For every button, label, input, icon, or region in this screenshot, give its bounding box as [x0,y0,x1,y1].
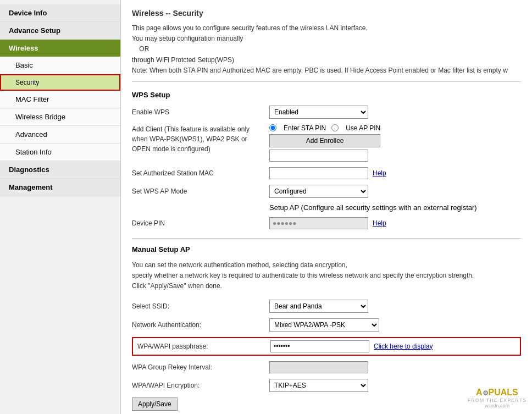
enable-wps-row: Enable WPS Enabled Disabled [132,106,521,119]
select-ssid-control: Bear and Panda [269,300,521,313]
wpa-group-rekey-label: WPA Group Rekey Interval: [132,363,269,371]
watermark-tagline: FROM THE EXPERTS [468,398,527,403]
device-pin-label: Device PIN [132,219,269,227]
network-auth-control: Mixed WPA2/WPA -PSK [269,318,521,332]
manual-setup-description: You can set the network authentication m… [132,260,521,292]
setup-ap-label: Setup AP (Configure all security setting… [269,203,477,212]
sidebar-item-station-info[interactable]: Station Info [0,143,120,161]
passphrase-container: WPA/WAPI passphrase: Click here to displ… [132,337,521,356]
wpa-passphrase-input[interactable] [270,340,369,352]
wps-ap-mode-control: Configured Unconfigured [269,185,521,198]
watermark: A⚙PUALS FROM THE EXPERTS wsxdn.com [468,388,527,409]
network-auth-label: Network Authentication: [132,321,269,329]
authorized-mac-label: Set Authorized Station MAC [132,169,269,177]
page-title: Wireless -- Security [132,9,521,18]
device-pin-control: Help [269,217,521,229]
enter-sta-pin-label: Enter STA PIN [284,124,326,132]
network-auth-select[interactable]: Mixed WPA2/WPA -PSK [269,318,379,332]
sidebar-item-device-info[interactable]: Device Info [0,4,120,22]
add-client-label: Add Client (This feature is available on… [132,124,269,154]
help-link-1[interactable]: Help [373,169,386,177]
enter-sta-pin-radio[interactable] [269,124,276,131]
section-divider [132,238,521,239]
apply-save-row: Apply/Save [132,398,521,411]
wps-ap-mode-select[interactable]: Configured Unconfigured [269,185,368,198]
enable-wps-select[interactable]: Enabled Disabled [269,106,368,119]
watermark-domain: wsxdn.com [468,403,527,409]
wpa-encryption-select[interactable]: TKIP+AES TKIP AES [269,379,368,392]
setup-ap-row: Setup AP (Configure all security setting… [132,203,521,212]
device-pin-input[interactable] [269,217,368,229]
network-auth-row: Network Authentication: Mixed WPA2/WPA -… [132,318,521,332]
sidebar-item-diagnostics[interactable]: Diagnostics [0,161,120,179]
select-ssid-row: Select SSID: Bear and Panda [132,300,521,313]
sidebar-item-advanced[interactable]: Advanced [0,126,120,143]
sidebar-item-wireless[interactable]: Wireless [0,40,120,57]
sidebar-item-wireless-bridge[interactable]: Wireless Bridge [0,108,120,126]
sidebar-item-security[interactable]: Security [0,74,120,91]
authorized-mac-control: Help [269,167,521,179]
wps-setup-section: WPS Setup Enable WPS Enabled Disabled Ad… [132,91,521,229]
sidebar-item-management[interactable]: Management [0,179,120,196]
select-ssid-select[interactable]: Bear and Panda [269,300,368,313]
enable-wps-control: Enabled Disabled [269,106,521,119]
authorized-mac-row: Set Authorized Station MAC Help [132,167,521,179]
select-ssid-label: Select SSID: [132,302,269,310]
wpa-group-rekey-row: WPA Group Rekey Interval: 0 [132,361,521,373]
wpa-passphrase-label: WPA/WAPI passphrase: [135,343,270,350]
click-here-to-display-link[interactable]: Click here to display [374,343,433,350]
sidebar-item-advance-setup[interactable]: Advance Setup [0,22,120,40]
wpa-encryption-label: WPA/WAPI Encryption: [132,382,269,389]
watermark-logo: A⚙PUALS [468,388,527,398]
device-pin-row: Device PIN Help [132,217,521,229]
manual-setup-section: Manual Setup AP You can set the network … [132,245,521,411]
apply-save-button[interactable]: Apply/Save [132,398,178,411]
authorized-mac-input[interactable] [269,167,368,179]
setup-ap-desc: Setup AP (Configure all security setting… [269,203,521,212]
manual-setup-title: Manual Setup AP [132,245,521,253]
wpa-encryption-row: WPA/WAPI Encryption: TKIP+AES TKIP AES [132,379,521,392]
wps-ap-mode-label: Set WPS AP Mode [132,187,269,195]
enable-wps-label: Enable WPS [132,108,269,116]
wpa-group-rekey-input[interactable]: 0 [269,361,368,373]
use-ap-pin-radio[interactable] [331,124,339,131]
wpa-passphrase-row: WPA/WAPI passphrase: Click here to displ… [132,337,521,356]
wpa-group-rekey-control: 0 [269,361,521,373]
wps-setup-title: WPS Setup [132,91,521,99]
use-ap-pin-label: Use AP PIN [346,124,380,132]
wps-ap-mode-row: Set WPS AP Mode Configured Unconfigured [132,185,521,198]
main-content: Wireless -- Security This page allows yo… [121,0,532,414]
pin-radio-group: Enter STA PIN Use AP PIN [269,124,380,132]
add-client-row: Add Client (This feature is available on… [132,124,521,162]
add-enrollee-button[interactable]: Add Enrollee [269,134,380,147]
sidebar-item-mac-filter[interactable]: MAC Filter [0,91,120,108]
add-client-controls: Enter STA PIN Use AP PIN Add Enrollee [269,124,380,162]
help-link-2[interactable]: Help [373,219,386,227]
page-description: This page allows you to configure securi… [132,23,521,82]
sta-pin-input[interactable] [269,150,368,162]
sidebar: Device Info Advance Setup Wireless Basic… [0,0,121,414]
sidebar-item-basic[interactable]: Basic [0,57,120,74]
